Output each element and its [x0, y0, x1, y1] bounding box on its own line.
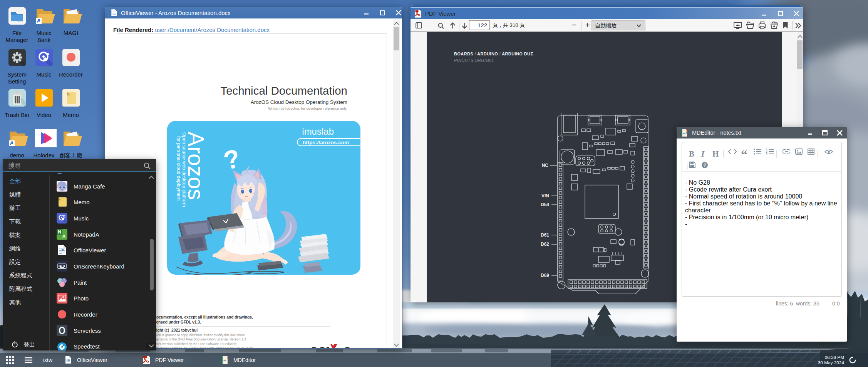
svg-text:VIN: VIN: [541, 193, 549, 199]
svg-text:https://arozos.com: https://arozos.com: [303, 140, 349, 145]
svg-text:D69: D69: [541, 273, 549, 278]
svg-text:D62: D62: [541, 242, 549, 247]
svg-text:?: ?: [704, 163, 706, 167]
svg-text:imuslab: imuslab: [302, 126, 334, 137]
svg-text:for personal cloud deployment: for personal cloud deployment: [176, 136, 181, 201]
svg-text:A: A: [62, 234, 66, 239]
svg-text:Arozos: Arozos: [184, 132, 209, 200]
svg-text:D61: D61: [541, 232, 549, 238]
svg-text:NC: NC: [542, 163, 549, 168]
svg-text:3: 3: [766, 153, 767, 155]
svg-text:N: N: [58, 229, 61, 235]
svg-text:D54: D54: [541, 202, 549, 207]
svg-text:Open source web desktop platfo: Open source web desktop platform: [181, 132, 187, 207]
